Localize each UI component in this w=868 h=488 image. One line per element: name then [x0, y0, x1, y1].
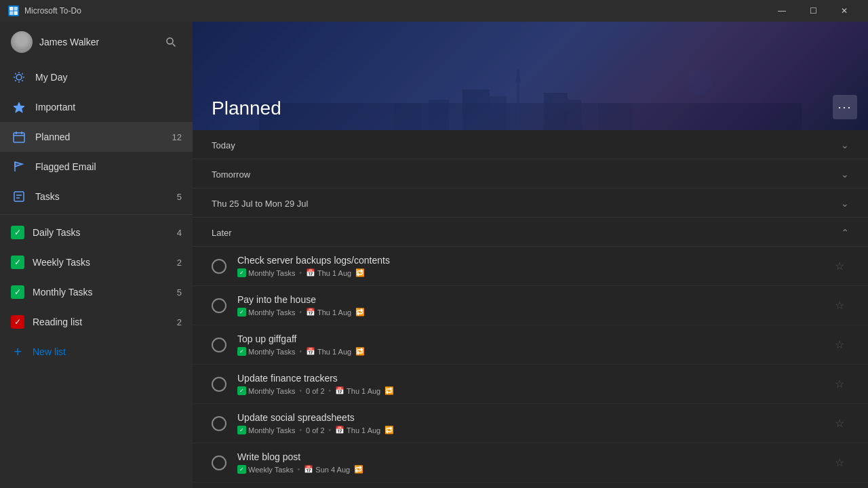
section-thu-mon[interactable]: Thu 25 Jul to Mon 29 Jul ⌄ [193, 188, 868, 218]
sidebar-item-label: My Day [35, 72, 182, 83]
list-label: Monthly Tasks [33, 287, 177, 298]
section-title: Thu 25 Jul to Mon 29 Jul [212, 199, 308, 209]
task-star-button[interactable]: ☆ [830, 336, 849, 354]
table-row[interactable]: Update finance trackers ✓ Monthly Tasks … [193, 365, 868, 404]
task-list-tag: ✓ Weekly Tasks [237, 465, 294, 474]
sidebar-item-daily-tasks[interactable]: ✓ Daily Tasks 4 [0, 218, 193, 247]
svg-point-4 [167, 38, 173, 44]
new-list-plus-icon: + [11, 345, 24, 359]
tasks-icon [11, 188, 27, 205]
sidebar-item-my-day[interactable]: My Day [0, 62, 193, 92]
repeat-icon: 🔁 [355, 347, 365, 356]
task-date: 📅 Thu 1 Aug [306, 268, 351, 277]
task-content: Check server backups logs/contents ✓ Mon… [237, 255, 830, 277]
section-tomorrow[interactable]: Tomorrow ⌄ [193, 159, 868, 188]
sidebar-item-label: Flagged Email [35, 161, 182, 172]
task-title: Check server backups logs/contents [237, 255, 830, 266]
task-date: 📅 Thu 1 Aug [306, 308, 351, 317]
task-star-button[interactable]: ☆ [830, 414, 849, 433]
task-subtasks: 0 of 2 [306, 387, 325, 395]
sidebar: James Walker My Day Important Planned 1 [0, 22, 193, 488]
svg-line-12 [22, 80, 22, 81]
task-complete-circle[interactable] [212, 298, 226, 313]
chevron-up-icon: ⌄ [841, 227, 849, 238]
sidebar-item-label: Important [35, 102, 182, 113]
repeat-icon: 🔁 [355, 308, 365, 317]
svg-line-13 [22, 73, 22, 74]
svg-rect-2 [9, 12, 14, 16]
task-date: 📅 Thu 1 Aug [335, 426, 380, 434]
sidebar-item-reading-list[interactable]: ✓ Reading list 2 [0, 307, 193, 337]
task-meta: ✓ Monthly Tasks • 0 of 2 • 📅 Thu 1 Aug 🔁 [237, 386, 830, 395]
table-row[interactable]: Pay into the house ✓ Monthly Tasks • 📅 T… [193, 286, 868, 325]
main-header: Planned ··· [193, 22, 868, 130]
more-options-button[interactable]: ··· [833, 95, 857, 119]
list-badge: 2 [177, 258, 182, 268]
main-content: Planned ··· Today ⌄ Tomorrow ⌄ Thu 25 Ju… [193, 22, 868, 488]
svg-rect-20 [14, 192, 24, 201]
sidebar-item-monthly-tasks[interactable]: ✓ Monthly Tasks 5 [0, 277, 193, 307]
calendar-small-icon: 📅 [335, 386, 344, 395]
user-name: James Walker [39, 37, 99, 47]
task-star-button[interactable]: ☆ [830, 257, 849, 276]
task-star-button[interactable]: ☆ [830, 296, 849, 315]
calendar-small-icon: 📅 [304, 465, 313, 474]
svg-rect-1 [14, 7, 18, 11]
table-row[interactable]: Check server backups logs/contents ✓ Mon… [193, 247, 868, 286]
task-title: Update finance trackers [237, 373, 830, 384]
calendar-icon [11, 129, 27, 145]
repeat-icon: 🔁 [384, 386, 394, 395]
table-row[interactable]: Write blog post ✓ Weekly Tasks • 📅 Sun 4… [193, 443, 868, 483]
close-button[interactable]: ✕ [829, 0, 860, 22]
sidebar-item-label: Planned [35, 131, 168, 142]
sun-icon [11, 69, 27, 85]
section-today[interactable]: Today ⌄ [193, 130, 868, 159]
svg-rect-16 [14, 133, 24, 142]
svg-line-14 [15, 80, 16, 81]
title-bar-left: Microsoft To-Do [8, 5, 81, 16]
add-task-row[interactable]: + Add a task due today [193, 483, 868, 488]
section-later[interactable]: Later ⌄ [193, 218, 868, 247]
task-star-button[interactable]: ☆ [830, 453, 849, 472]
sidebar-item-weekly-tasks[interactable]: ✓ Weekly Tasks 2 [0, 247, 193, 277]
sidebar-header: James Walker [0, 22, 193, 62]
task-complete-circle[interactable] [212, 416, 226, 431]
task-list-name: Weekly Tasks [248, 466, 294, 474]
table-row[interactable]: Update social spreadsheets ✓ Monthly Tas… [193, 404, 868, 443]
sidebar-user[interactable]: James Walker [11, 31, 99, 53]
new-list-item[interactable]: + New list [0, 337, 193, 367]
list-check-icon-green: ✓ [11, 226, 24, 239]
table-row[interactable]: Top up giffgaff ✓ Monthly Tasks • 📅 Thu … [193, 325, 868, 365]
task-list-name: Monthly Tasks [248, 426, 296, 434]
tag-check-icon: ✓ [237, 386, 246, 395]
task-star-button[interactable]: ☆ [830, 375, 849, 394]
task-content: Top up giffgaff ✓ Monthly Tasks • 📅 Thu … [237, 333, 830, 356]
task-title: Top up giffgaff [237, 333, 830, 344]
svg-marker-25 [515, 69, 521, 83]
tasks-badge: 5 [168, 192, 182, 202]
sidebar-item-flagged-email[interactable]: Flagged Email [0, 152, 193, 182]
repeat-icon: 🔁 [384, 426, 394, 434]
sidebar-item-important[interactable]: Important [0, 92, 193, 122]
maximize-button[interactable]: ☐ [797, 0, 829, 22]
task-complete-circle[interactable] [212, 455, 226, 470]
chevron-down-icon: ⌄ [841, 140, 849, 150]
chevron-down-icon: ⌄ [841, 169, 849, 180]
list-badge: 2 [177, 317, 182, 327]
sidebar-item-planned[interactable]: Planned 12 [0, 122, 193, 152]
tag-check-icon: ✓ [237, 268, 246, 277]
tag-check-icon: ✓ [237, 465, 246, 474]
task-date: 📅 Sun 4 Aug [304, 465, 350, 474]
sidebar-item-tasks[interactable]: Tasks 5 [0, 182, 193, 211]
tag-check-icon: ✓ [237, 347, 246, 356]
list-label: Reading list [33, 317, 177, 327]
task-list-tag: ✓ Monthly Tasks [237, 268, 296, 277]
task-complete-circle[interactable] [212, 377, 226, 392]
task-complete-circle[interactable] [212, 338, 226, 352]
task-complete-circle[interactable] [212, 259, 226, 274]
task-list-tag: ✓ Monthly Tasks [237, 386, 296, 395]
task-subtasks: 0 of 2 [306, 426, 325, 434]
minimize-button[interactable]: — [766, 0, 797, 22]
search-button[interactable] [160, 31, 182, 53]
sidebar-item-label: Tasks [35, 191, 168, 202]
